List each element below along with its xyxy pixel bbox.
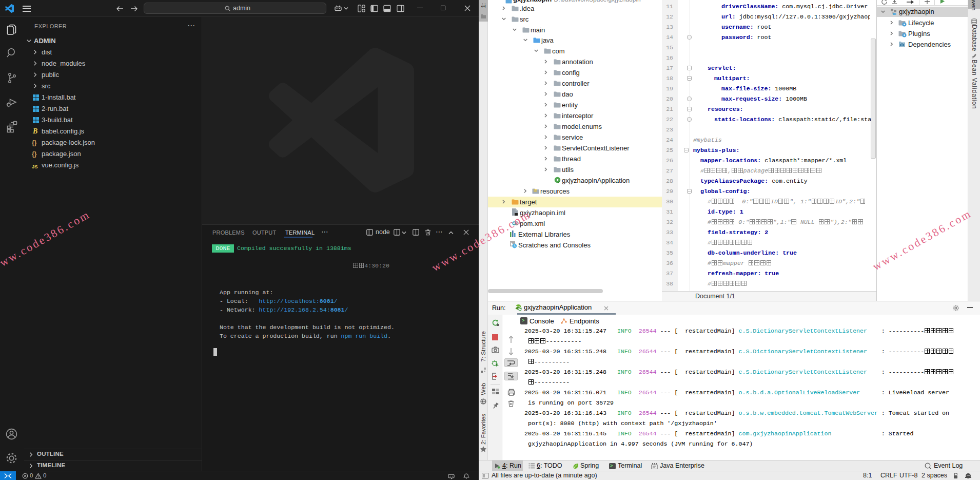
svg-text:m: m: [893, 11, 896, 15]
